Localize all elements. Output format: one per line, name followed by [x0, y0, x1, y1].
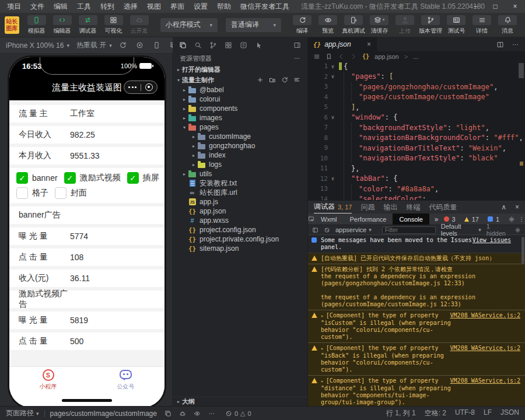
maximize-button[interactable]: □	[485, 0, 505, 13]
hot-reload-toggle[interactable]: 热重载 开▾	[76, 40, 112, 50]
tab-miniprogram[interactable]: S小程序	[9, 367, 87, 393]
tree-item-utils[interactable]: ▸utils	[173, 169, 307, 178]
devtools-tab-wxml[interactable]: Wxml	[314, 214, 344, 225]
toolbar-device-debug-button[interactable]: 真机调试	[341, 15, 366, 35]
device-selector[interactable]: iPhone X 100% 16▾	[6, 41, 69, 50]
chevron-right-icon[interactable]: ▸	[181, 97, 188, 102]
checkbox-checked[interactable]: ✓	[16, 172, 28, 184]
tree-item-app.json[interactable]: {}app.json	[173, 206, 307, 216]
menu-item[interactable]: 微信开发者工具	[236, 2, 294, 12]
checkbox-unchecked[interactable]	[16, 187, 28, 199]
tree-item-pages[interactable]: ▾pages	[173, 123, 307, 132]
source-link[interactable]: VM208 WAService.js:2	[450, 312, 520, 319]
more-dots-icon[interactable]	[208, 410, 215, 417]
toolbar-compile-button[interactable]: 编译	[289, 15, 315, 35]
menu-item[interactable]: 界面	[166, 2, 189, 12]
chevron-right-icon[interactable]: ▸	[181, 106, 188, 111]
menu-item[interactable]: 帮助	[212, 2, 236, 12]
source-link[interactable]: VM208 WAService.js:2	[450, 345, 520, 352]
more-actions-icon[interactable]	[293, 55, 300, 62]
close-miniprogram-icon[interactable]	[145, 83, 153, 91]
debug-tab-item[interactable]: 代码质量	[429, 201, 457, 214]
debug-tab-active[interactable]: 调试器3, 17	[314, 201, 352, 214]
problems-indicator[interactable]: 0 △ 0	[225, 410, 251, 417]
tree-item-images[interactable]: ▸images	[173, 113, 307, 123]
back-icon[interactable]	[338, 53, 345, 60]
page-path-selector[interactable]: 页面路径▾	[6, 408, 39, 418]
devtools-settings-icon[interactable]	[508, 216, 515, 223]
tree-item-sitemap.json[interactable]: {}sitemap.json	[173, 244, 307, 253]
devtools-tab-console[interactable]: Console	[393, 214, 429, 225]
status-item[interactable]: UTF-8	[455, 408, 475, 418]
rotate-device-icon[interactable]	[153, 41, 160, 49]
tree-item-gongzhonghao[interactable]: ▸gongzhonghao	[173, 141, 307, 150]
chevron-right-icon[interactable]: ▸	[190, 153, 197, 158]
expand-icon[interactable]: ▸	[321, 346, 324, 351]
status-item[interactable]: JSON	[501, 408, 519, 418]
tab-app-json[interactable]: {} app.json ×	[308, 37, 377, 51]
chevron-right-icon[interactable]: ▸	[181, 172, 188, 177]
menu-item[interactable]: 文件	[26, 2, 49, 12]
expand-icon[interactable]: ▸	[321, 379, 324, 384]
outline-list-icon[interactable]	[313, 53, 320, 60]
refresh-explorer-icon[interactable]	[281, 76, 288, 83]
tree-item-customImage[interactable]: ▸customImage	[173, 132, 307, 141]
close-panel-icon[interactable]: ×	[515, 203, 519, 211]
toolbar-debugger-button[interactable]: 调试器	[75, 15, 101, 35]
toolbar-editor-button[interactable]: 编辑器	[50, 15, 75, 35]
code-editor[interactable]: 1∨{2∨"pages": [3"pages/gongzhonghao/cust…	[308, 61, 525, 200]
tree-item-.url[interactable]: ∞站长图库.url	[173, 188, 307, 197]
tree-item-@babel[interactable]: ▸@babel	[173, 85, 307, 94]
console-settings-icon[interactable]	[514, 227, 521, 233]
menu-item[interactable]: 工具	[72, 2, 96, 12]
outline-section[interactable]: ▸ 大纲	[173, 397, 307, 406]
snippets-icon[interactable]	[240, 41, 247, 49]
toolbar-simulator-button[interactable]: 模拟器	[24, 15, 50, 35]
tree-item-project.config.json[interactable]: {}project.config.json	[173, 225, 307, 235]
source-control-icon[interactable]	[209, 41, 217, 49]
refresh-icon[interactable]	[119, 41, 127, 49]
toolbar-details-button[interactable]: 详情	[469, 15, 495, 35]
toolbar-test-account-button[interactable]: 测试号	[443, 15, 469, 35]
tree-item-components[interactable]: ▸components	[173, 104, 307, 113]
record-icon[interactable]	[136, 41, 144, 49]
view-issues-link[interactable]: View issues	[473, 237, 511, 244]
console-sidebar-icon[interactable]	[312, 227, 318, 233]
capsule-menu[interactable]	[124, 80, 158, 94]
more-menu-icon[interactable]	[128, 86, 137, 88]
checkbox-checked[interactable]: ✓	[127, 172, 139, 184]
menu-item[interactable]: 编辑	[49, 2, 72, 12]
checkbox-unchecked[interactable]	[55, 187, 66, 199]
compile-mode-dropdown[interactable]: 普通编译▾	[226, 18, 281, 32]
inspect-icon[interactable]	[308, 216, 314, 222]
forward-icon[interactable]	[350, 53, 357, 60]
tree-item-logs[interactable]: ▸logs	[173, 160, 307, 169]
tree-item-app.js[interactable]: JSapp.js	[173, 197, 307, 206]
menu-item[interactable]: 视图	[142, 2, 166, 12]
split-editor-icon[interactable]	[496, 41, 504, 48]
toolbar-visualization-button[interactable]: 可视化	[101, 15, 127, 35]
fold-icon[interactable]: ∨	[328, 114, 338, 120]
search-icon[interactable]	[194, 41, 202, 49]
collapse-sidebar-icon[interactable]	[293, 41, 301, 49]
editor-more-icon[interactable]	[512, 41, 519, 48]
toolbar-messages-button[interactable]: 消息	[495, 15, 520, 35]
tree-item-index[interactable]: ▸index	[173, 150, 307, 160]
warning-badge-icon[interactable]	[464, 217, 469, 222]
toolbar-preview-button[interactable]: 预览	[315, 15, 341, 35]
debug-tab-item[interactable]: 输出	[383, 201, 397, 214]
debug-tab-item[interactable]: 问题	[360, 201, 374, 214]
checkbox-checked[interactable]: ✓	[64, 172, 76, 184]
pointer-icon[interactable]	[255, 41, 262, 49]
tree-item-.txt[interactable]: 安装教程.txt	[173, 178, 307, 188]
devtools-tab-performance[interactable]: Performance	[344, 214, 393, 225]
mode-dropdown[interactable]: 小程序模式▾	[160, 18, 218, 32]
close-tab-icon[interactable]: ×	[367, 40, 371, 48]
console-scrollbar[interactable]	[522, 237, 524, 264]
tree-item-app.wxss[interactable]: #app.wxss	[173, 216, 307, 225]
home-indicator[interactable]	[62, 399, 112, 402]
chevron-down-icon[interactable]: ▾	[181, 125, 188, 130]
filter-input[interactable]	[382, 226, 436, 234]
debug-tab-item[interactable]: 终端	[406, 201, 420, 214]
tree-item-project.private.config.json[interactable]: {}project.private.config.json	[173, 235, 307, 244]
